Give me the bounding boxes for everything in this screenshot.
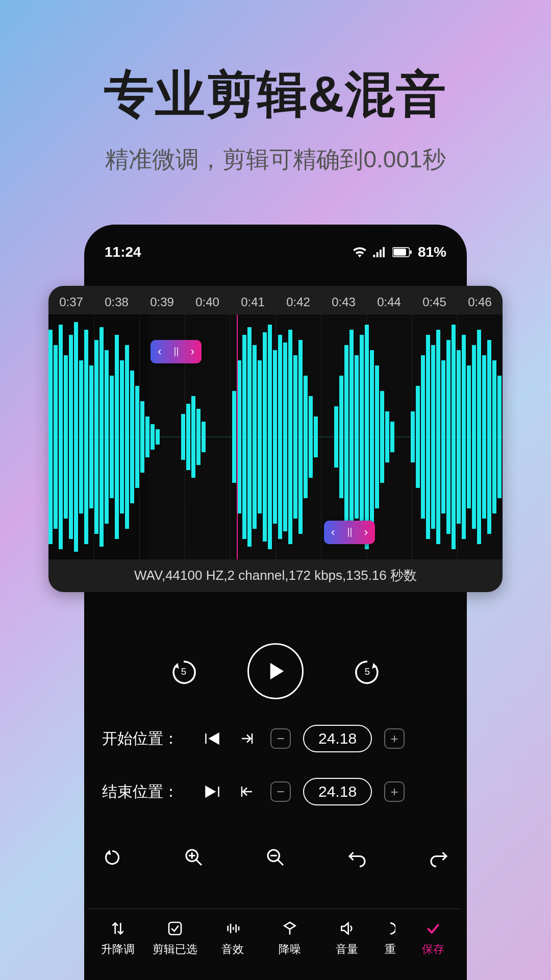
time-tick: 0:46 (457, 295, 503, 309)
svg-rect-75 (467, 365, 471, 508)
svg-rect-65 (416, 386, 420, 488)
start-increment-button[interactable]: + (384, 728, 405, 749)
bottom-toolbar: 升降调 剪辑已选 音效 降噪 音量 重 保存 (89, 909, 462, 957)
start-decrement-button[interactable]: − (270, 728, 291, 749)
skip-back-button[interactable]: 5 (166, 653, 202, 689)
time-tick: 0:43 (321, 295, 366, 309)
jump-start-icon[interactable] (201, 732, 223, 745)
svg-rect-26 (140, 401, 144, 473)
undo-button[interactable] (347, 847, 367, 872)
svg-rect-53 (339, 376, 343, 498)
status-bar: 11:24 81% (84, 235, 467, 265)
svg-rect-79 (487, 340, 491, 534)
time-tick: 0:45 (412, 295, 457, 309)
svg-rect-44 (278, 335, 282, 539)
skip-forward-button[interactable]: 5 (349, 653, 385, 689)
svg-rect-74 (462, 335, 466, 539)
jump-end-icon[interactable] (201, 785, 223, 798)
zoom-out-button[interactable] (265, 847, 286, 872)
time-tick: 0:42 (276, 295, 321, 309)
playhead[interactable] (237, 314, 238, 559)
time-ruler: 0:37 0:38 0:39 0:40 0:41 0:42 0:43 0:44 … (48, 286, 503, 314)
selection-handle-start[interactable]: ‹ › (151, 340, 202, 363)
end-increment-button[interactable]: + (384, 781, 405, 802)
tool-trim-selected[interactable]: 剪辑已选 (146, 919, 204, 957)
svg-rect-13 (74, 322, 78, 552)
tool-pitch[interactable]: 升降调 (89, 919, 146, 957)
svg-rect-77 (477, 330, 481, 544)
effects-icon (224, 919, 241, 938)
end-label: 结束位置： (102, 781, 189, 802)
tool-label: 剪辑已选 (153, 942, 197, 957)
svg-rect-27 (145, 416, 149, 457)
tool-label: 升降调 (101, 942, 135, 957)
hero-title: 专业剪辑&混音 (0, 0, 551, 129)
svg-rect-58 (365, 325, 369, 549)
start-position-row: 开始位置： − 24.18 + (102, 725, 449, 752)
svg-rect-51 (314, 416, 318, 457)
svg-rect-35 (232, 391, 236, 483)
wifi-icon (353, 247, 367, 258)
start-label: 开始位置： (102, 728, 189, 749)
tool-save[interactable]: 保存 (405, 919, 462, 957)
hero-subtitle: 精准微调，剪辑可精确到0.001秒 (0, 144, 551, 176)
svg-rect-49 (304, 376, 308, 498)
selection-handle-end[interactable]: ‹ › (324, 521, 375, 544)
tool-label: 音效 (221, 942, 244, 957)
step-in-right-icon[interactable] (236, 732, 258, 745)
svg-rect-66 (421, 355, 425, 519)
status-time: 11:24 (105, 244, 141, 260)
tool-more[interactable]: 重 (376, 919, 405, 957)
svg-rect-28 (151, 424, 155, 450)
svg-rect-62 (385, 411, 389, 462)
svg-rect-43 (273, 350, 277, 524)
play-icon (264, 660, 287, 682)
svg-rect-32 (191, 396, 195, 478)
svg-rect-2 (380, 250, 382, 257)
svg-rect-10 (59, 325, 63, 549)
svg-rect-18 (99, 327, 104, 547)
svg-rect-29 (156, 429, 160, 445)
svg-rect-61 (380, 391, 384, 483)
svg-rect-54 (344, 345, 348, 529)
refresh-button[interactable] (102, 847, 122, 872)
svg-rect-71 (446, 340, 450, 534)
end-value[interactable]: 24.18 (303, 778, 372, 805)
svg-rect-33 (196, 409, 201, 465)
position-panel: 开始位置： − 24.18 + 结束位置： − 24.18 + (102, 725, 449, 831)
svg-rect-52 (334, 406, 338, 468)
volume-icon (339, 919, 355, 938)
svg-rect-16 (89, 365, 93, 508)
tool-volume[interactable]: 音量 (318, 919, 375, 957)
play-button[interactable] (247, 643, 304, 699)
tool-label: 降噪 (279, 942, 301, 957)
svg-rect-12 (69, 335, 73, 539)
time-tick: 0:39 (139, 295, 185, 309)
tool-label: 保存 (422, 942, 444, 957)
redo-button[interactable] (429, 847, 449, 872)
svg-rect-34 (202, 422, 206, 452)
waveform-area[interactable]: ‹ › ‹ › (48, 314, 503, 559)
select-check-icon (167, 919, 183, 938)
svg-rect-6 (410, 251, 412, 254)
start-value[interactable]: 24.18 (303, 725, 372, 752)
tool-label: 音量 (336, 942, 358, 957)
svg-rect-11 (64, 355, 68, 519)
battery-icon (392, 247, 412, 257)
chevron-left-icon: ‹ (158, 345, 161, 358)
step-in-left-icon[interactable] (236, 785, 258, 798)
svg-rect-15 (84, 330, 88, 544)
denoise-icon (282, 919, 298, 938)
tool-effects[interactable]: 音效 (204, 919, 261, 957)
svg-rect-14 (79, 360, 83, 513)
edit-actions (102, 847, 449, 872)
svg-rect-41 (263, 332, 267, 542)
end-decrement-button[interactable]: − (270, 781, 291, 802)
player-controls: 5 5 (84, 643, 467, 699)
file-info: WAV,44100 HZ,2 channel,172 kbps,135.16 秒… (48, 559, 503, 592)
tool-denoise[interactable]: 降噪 (261, 919, 318, 957)
svg-rect-59 (370, 350, 374, 524)
svg-rect-45 (283, 342, 287, 531)
svg-rect-78 (482, 355, 486, 519)
zoom-in-button[interactable] (184, 847, 204, 872)
